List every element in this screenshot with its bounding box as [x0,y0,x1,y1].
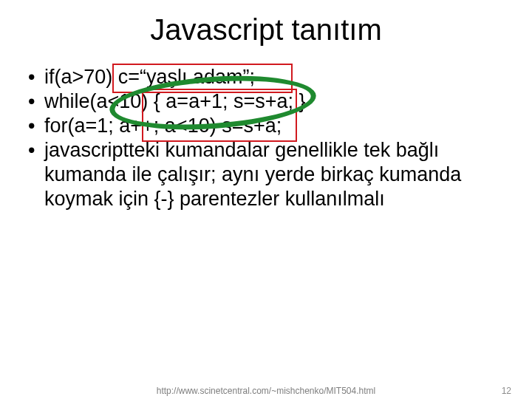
slide-body: if(a>70) c=“yaşlı adam”; while(a<10) { a… [28,65,504,211]
slide: Javascript tanıtım if(a>70) c=“yaşlı ada… [0,0,532,399]
bullet-if: if(a>70) c=“yaşlı adam”; [28,65,504,89]
slide-title: Javascript tanıtım [0,13,532,47]
bullet-for: for(a=1; a++; a<10) s=s+a; [28,114,504,138]
footer-page-number: 12 [502,386,511,396]
bullet-list: if(a>70) c=“yaşlı adam”; while(a<10) { a… [28,65,504,211]
bullet-while: while(a<10) { a=a+1; s=s+a; } [28,89,504,114]
bullet-explain: javascriptteki kumandalar genellikle tek… [28,138,504,211]
footer-url: http://www.scinetcentral.com/~mishchenko… [0,386,532,396]
